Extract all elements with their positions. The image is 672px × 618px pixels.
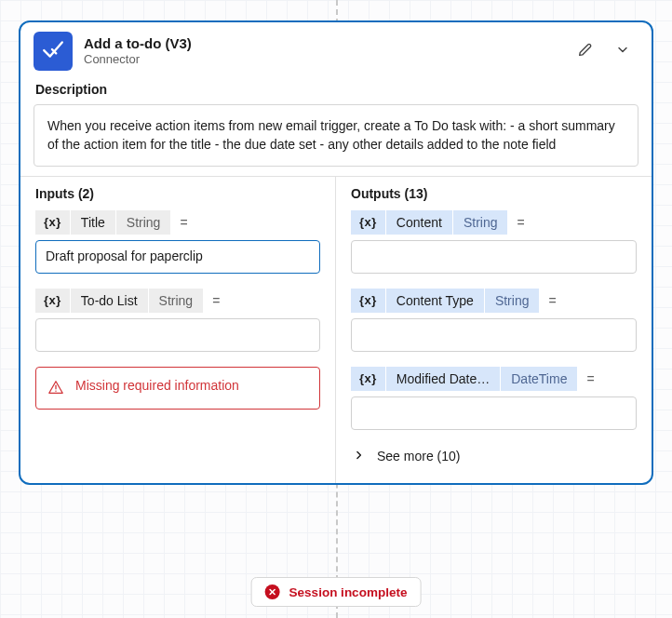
output-tag[interactable]: {x} Modified Date… DateTime =	[351, 367, 595, 391]
pencil-icon	[577, 41, 594, 61]
variable-token-icon: {x}	[351, 289, 386, 313]
description-label: Description	[20, 76, 652, 102]
equals-sign: =	[203, 289, 220, 313]
connector-icon-tile	[34, 32, 73, 71]
output-type: DateTime	[501, 367, 577, 391]
session-status-pill[interactable]: Session incomplete	[251, 577, 422, 607]
output-field: {x} Modified Date… DateTime =	[351, 367, 637, 430]
see-more-button[interactable]: See more (10)	[351, 445, 637, 468]
input-name: To-do List	[71, 289, 149, 313]
output-name: Content Type	[386, 289, 485, 313]
output-field: {x} Content String =	[351, 210, 637, 274]
validation-error: Missing required information	[35, 367, 320, 410]
output-value[interactable]	[351, 396, 637, 430]
variable-token-icon: {x}	[351, 210, 386, 235]
outputs-column: Outputs (13) {x} Content String = {x} Co…	[336, 177, 652, 483]
input-type: String	[116, 210, 171, 235]
equals-sign: =	[507, 210, 524, 235]
output-name: Content	[386, 210, 453, 235]
svg-point-1	[55, 390, 56, 391]
output-name: Modified Date…	[386, 367, 501, 391]
input-value[interactable]	[35, 318, 320, 352]
checkmark-icon	[41, 37, 65, 65]
card-header: Add a to-do (V3) Connector	[20, 22, 652, 76]
input-field: {x} Title String = Draft proposal for pa…	[35, 210, 320, 274]
output-value[interactable]	[351, 240, 637, 274]
description-text: When you receive action items from new e…	[34, 104, 638, 167]
error-dot-icon	[265, 584, 280, 599]
output-type: String	[485, 289, 540, 313]
input-field: {x} To-do List String =	[35, 289, 320, 352]
card-subtitle: Connector	[84, 52, 568, 67]
error-text: Missing required information	[75, 377, 239, 395]
output-tag[interactable]: {x} Content String =	[351, 210, 525, 235]
variable-token-icon: {x}	[35, 289, 71, 313]
collapse-button[interactable]	[612, 41, 633, 61]
equals-sign: =	[539, 289, 556, 313]
edit-button[interactable]	[575, 41, 596, 61]
warning-icon	[47, 377, 64, 400]
output-tag[interactable]: {x} Content Type String =	[351, 289, 557, 313]
output-value[interactable]	[351, 318, 637, 352]
io-grid: Inputs (2) {x} Title String = Draft prop…	[20, 176, 652, 483]
action-card: Add a to-do (V3) Connector Description	[19, 20, 653, 485]
output-type: String	[453, 210, 508, 235]
chevron-down-icon	[615, 42, 630, 60]
input-tag[interactable]: {x} Title String =	[35, 210, 188, 235]
chevron-right-icon	[353, 449, 366, 464]
session-status-text: Session incomplete	[289, 585, 408, 599]
variable-token-icon: {x}	[351, 367, 386, 391]
input-type: String	[149, 289, 204, 313]
see-more-label: See more (10)	[377, 449, 460, 464]
equals-sign: =	[577, 367, 594, 391]
card-title: Add a to-do (V3)	[84, 35, 568, 53]
input-name: Title	[71, 210, 116, 235]
variable-token-icon: {x}	[35, 210, 71, 235]
equals-sign: =	[170, 210, 187, 235]
input-value[interactable]: Draft proposal for paperclip	[35, 240, 320, 274]
output-field: {x} Content Type String =	[351, 289, 637, 352]
inputs-column: Inputs (2) {x} Title String = Draft prop…	[20, 177, 336, 483]
outputs-heading: Outputs (13)	[351, 186, 637, 201]
inputs-heading: Inputs (2)	[35, 186, 320, 201]
input-tag[interactable]: {x} To-do List String =	[35, 289, 220, 313]
